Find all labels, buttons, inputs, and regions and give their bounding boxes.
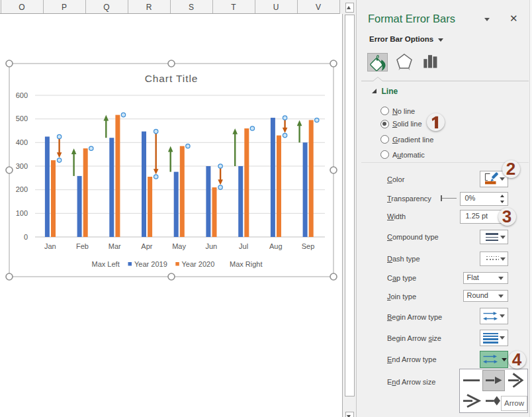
svg-text:Jul: Jul: [239, 242, 248, 250]
svg-text:200: 200: [16, 185, 28, 193]
svg-text:Apr: Apr: [141, 242, 152, 250]
svg-text:Chart Title: Chart Title: [145, 73, 199, 84]
svg-text:400: 400: [16, 138, 28, 146]
svg-text:Max Left: Max Left: [92, 260, 120, 268]
svg-text:600: 600: [16, 91, 28, 99]
svg-text:300: 300: [16, 162, 28, 170]
svg-text:Aug: Aug: [269, 242, 283, 250]
svg-text:Year 2020: Year 2020: [182, 260, 215, 268]
svg-text:Sep: Sep: [302, 242, 315, 250]
svg-text:Mar: Mar: [109, 242, 121, 250]
svg-text:Year 2019: Year 2019: [134, 260, 167, 268]
svg-text:May: May: [172, 242, 186, 250]
svg-text:Feb: Feb: [76, 242, 89, 250]
svg-text:Jan: Jan: [44, 242, 56, 250]
svg-text:Max Right: Max Right: [230, 260, 263, 268]
svg-text:500: 500: [16, 115, 28, 122]
svg-text:100: 100: [16, 209, 28, 217]
svg-text:0: 0: [24, 233, 28, 241]
svg-text:Jun: Jun: [205, 242, 217, 250]
